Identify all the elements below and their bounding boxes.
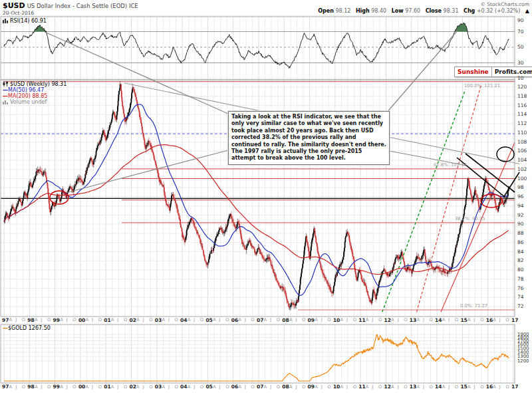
price-axis-label: 112 (517, 121, 527, 126)
x-axis-quarter-label: O (378, 318, 382, 323)
x-axis-year-label: 11 (358, 318, 365, 323)
x-axis-quarter-label: O (124, 318, 127, 323)
low-value: 97.60 (405, 8, 420, 14)
rsi-axis-label: 10 (517, 76, 524, 81)
price-legend: $USD (Weekly) 98.31 (3, 81, 66, 87)
x-axis-quarter-label: A (493, 318, 496, 323)
x-axis-quarter-label: A (366, 385, 369, 390)
x-axis-quarter-label: J (372, 385, 373, 390)
x-axis-quarter-label: A (60, 318, 63, 323)
x-axis-year-label: 06 (231, 318, 238, 323)
price-legend-label: $USD (Weekly) 98.31 (10, 81, 66, 87)
rsi-axis-label: 90 (517, 18, 524, 23)
price-axis-label: 116 (517, 103, 527, 108)
x-axis-quarter-label: A (264, 385, 267, 390)
x-axis-quarter-label: O (327, 385, 331, 390)
price-axis-label: 106 (517, 148, 527, 154)
x-axis-quarter-label: J (219, 385, 221, 390)
chg-value: +0.32 (+0.32%) (477, 8, 520, 14)
x-axis-quarter-label: J (194, 385, 195, 390)
x-axis-quarter-label: J (398, 318, 399, 323)
x-axis-year-label: 98 (27, 384, 34, 390)
x-axis-year-label: 97 (2, 318, 9, 323)
chart-date: 20-Oct-2016 (3, 10, 34, 16)
x-axis-quarter-label: J (66, 385, 68, 390)
x-axis-year-label: 12 (384, 384, 391, 390)
x-axis-quarter-label: A (467, 318, 471, 323)
x-axis-year-label: 13 (410, 384, 416, 390)
x-axis-year-label: 01 (104, 384, 110, 390)
x-axis-quarter-label: O (430, 318, 433, 323)
x-axis-quarter-label: O (404, 385, 407, 390)
x-axis-quarter-label: A (85, 318, 88, 323)
x-axis-quarter-label: J (474, 318, 475, 323)
x-axis-quarter-label: O (200, 385, 203, 390)
x-axis-year-label: 00 (78, 318, 85, 323)
x-axis-quarter-label: O (72, 385, 76, 390)
price-axis-label: 88 (517, 231, 524, 236)
rsi-axis-label: 50 (517, 45, 524, 50)
price-axis-label: 108 (517, 140, 527, 145)
x-axis-quarter-label: O (22, 318, 25, 323)
x-axis-year-label: 03 (155, 318, 162, 323)
x-axis-quarter-label: J (295, 318, 297, 323)
gold-axis-label: 1200 (517, 359, 529, 364)
x-axis-quarter-label: A (289, 385, 293, 390)
x-axis-year-label: 13 (410, 318, 416, 323)
price-axis-label: 120 (517, 84, 527, 90)
x-axis-quarter-label: A (366, 318, 369, 323)
price-axis-label: 114 (517, 112, 527, 117)
x-axis-quarter-label: O (455, 385, 458, 390)
chart-canvas (0, 0, 532, 393)
low-label: Low (392, 8, 404, 14)
x-axis-quarter-label: A (416, 385, 420, 390)
x-axis-year-label: 17 (511, 318, 518, 323)
x-axis-quarter-label: O (98, 318, 102, 323)
price-axis-label: 74 (517, 295, 524, 300)
x-axis-quarter-label: J (219, 318, 221, 323)
x-axis-quarter-label: J (346, 385, 348, 390)
x-axis-quarter-label: A (111, 385, 114, 390)
high-label: High (356, 8, 370, 14)
x-axis-quarter-label: A (340, 385, 343, 390)
x-axis-quarter-label: O (480, 318, 483, 323)
chart-title: US Dollar Index - Cash Settle (EOD) ICE (27, 3, 138, 9)
x-axis-year-label: 10 (333, 318, 340, 323)
x-axis-year-label: 04 (180, 384, 187, 390)
x-axis-quarter-label: J (423, 385, 424, 390)
x-axis-quarter-label: O (277, 318, 280, 323)
x-axis-quarter-label: O (47, 385, 51, 390)
x-axis-quarter-label: A (188, 385, 191, 390)
x-axis-quarter-label: J (245, 318, 246, 323)
ma50-legend: —MA(50) 96.47 (3, 87, 44, 93)
x-axis-year-label: 14 (435, 318, 442, 323)
x-axis-year-label: 17 (511, 384, 518, 390)
x-axis-quarter-label: J (448, 385, 450, 390)
x-axis-year-label: 12 (384, 318, 391, 323)
x-axis-quarter-label: A (213, 385, 216, 390)
x-axis-quarter-label: A (289, 318, 293, 323)
x-axis-year-label: 09 (308, 384, 315, 390)
x-axis-quarter-label: A (60, 385, 63, 390)
x-axis-year-label: 02 (130, 318, 136, 323)
x-axis-quarter-label: O (302, 385, 305, 390)
x-axis-quarter-label: O (225, 318, 229, 323)
x-axis-quarter-label: O (149, 318, 152, 323)
x-axis-quarter-label: O (353, 385, 356, 390)
x-axis-quarter-label: A (162, 385, 165, 390)
price-axis-label: 80 (517, 267, 524, 273)
x-axis-quarter-label: A (9, 318, 13, 323)
fib-level-label: 61.8%: 102.13 (434, 163, 467, 168)
open-value: 98.12 (335, 8, 350, 14)
price-axis-label: 78 (517, 277, 524, 282)
price-axis-label: 110 (517, 130, 527, 136)
x-axis-quarter-label: J (15, 385, 17, 390)
stockcharts-usd-weekly-chart: $USDUS Dollar Index - Cash Settle (EOD) … (0, 0, 532, 393)
x-axis-quarter-label: O (505, 318, 509, 323)
gold-line-icon: — (3, 325, 8, 331)
x-axis-quarter-label: O (378, 385, 382, 390)
x-axis-quarter-label: A (391, 318, 394, 323)
x-axis-quarter-label: A (340, 318, 343, 323)
ma200-line-icon: — (3, 93, 8, 99)
x-axis-quarter-label: O (98, 385, 102, 390)
